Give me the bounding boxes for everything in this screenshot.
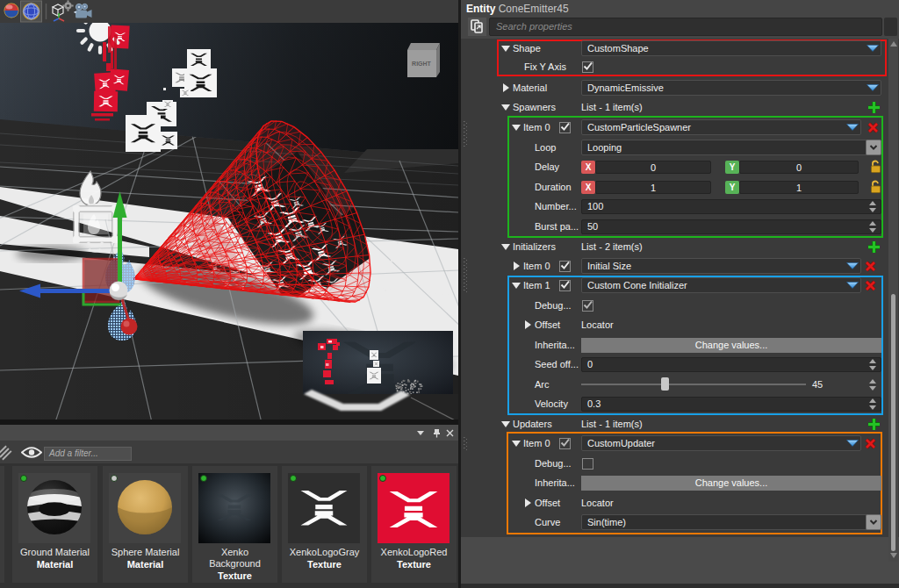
svg-text:RIGHT: RIGHT xyxy=(412,61,432,67)
